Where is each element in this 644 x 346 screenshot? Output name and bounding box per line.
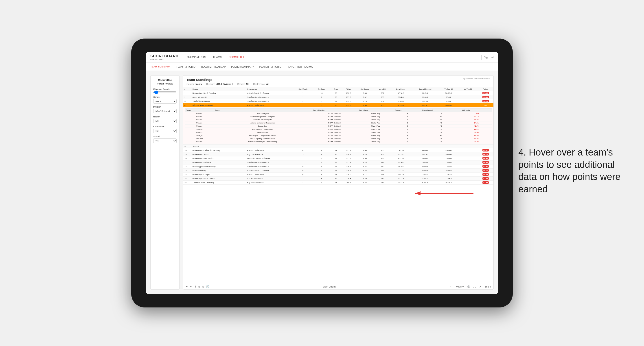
- subnav-player-h2h-grid[interactable]: PLAYER H2H GRID: [260, 64, 282, 70]
- table-row-highlighted[interactable]: 4 Arizona State University Pac-12 Confer…: [183, 103, 494, 107]
- points-badge[interactable]: 97.02: [482, 92, 489, 94]
- table-row[interactable]: 26 The Ohio State University Big Ten Con…: [183, 181, 494, 185]
- cell-points[interactable]: 83.94: [478, 181, 494, 185]
- cell-rnds: [330, 145, 342, 148]
- save-icon[interactable]: ⬆: [194, 285, 196, 288]
- subnav-team-h2h-heatmap[interactable]: TEAM H2H HEATMAP: [201, 64, 226, 70]
- sign-out-button[interactable]: Sign out: [484, 56, 494, 59]
- table-row[interactable]: 19 University of Texas Big 12 Conference…: [183, 152, 494, 157]
- exp-col-event: Event: [214, 108, 312, 112]
- fullscreen-icon[interactable]: ⛶: [474, 286, 476, 288]
- table-row[interactable]: 23 Duke University Atlantic Coast Confer…: [183, 169, 494, 173]
- cell-points[interactable]: 93.31: [478, 95, 494, 99]
- table-row[interactable]: 24 University of Oregon Pac-12 Conferenc…: [183, 173, 494, 176]
- cell-points[interactable]: 83.89: [478, 176, 494, 181]
- exp-cell-team: Univers: [185, 118, 214, 122]
- cell-points[interactable]: 78.5: [478, 103, 494, 107]
- redo-icon[interactable]: ↪: [190, 285, 192, 288]
- cell-overall: 9-14-0: [411, 181, 439, 185]
- cell-points[interactable]: 88.71: [478, 169, 494, 173]
- table-row[interactable]: 3 Vanderbilt University Southeastern Con…: [183, 99, 494, 103]
- points-badge[interactable]: 83.41: [482, 165, 489, 168]
- points-badge[interactable]: 88.54: [482, 173, 489, 176]
- exp-cell-rounds: 3: [394, 128, 421, 131]
- table-row[interactable]: 2 Auburn University Southeastern Confere…: [183, 95, 494, 99]
- cell-wins: 277.9: [342, 161, 355, 165]
- region-select[interactable]: N/A: [153, 119, 176, 123]
- cell-points[interactable]: 88.43: [478, 161, 494, 165]
- cell-vs50: [458, 169, 478, 173]
- share-button[interactable]: Share: [485, 286, 491, 288]
- min-rounds-input[interactable]: [153, 91, 176, 93]
- subnav-player-h2h-heatmap[interactable]: PLAYER H2H HEATMAP: [287, 64, 314, 70]
- points-badge[interactable]: 83.94: [482, 181, 489, 184]
- cell-conf-rank: 8: [292, 165, 313, 169]
- region-filter-label: Region:: [237, 83, 245, 85]
- logo-sub: Powered by clipp: [150, 58, 178, 60]
- table-row[interactable]: 20 University of New Mexico Mountain Wes…: [183, 157, 494, 161]
- cell-points[interactable]: 90.20: [478, 99, 494, 103]
- cell-low: 73-21-1: [390, 148, 411, 152]
- nav-committee[interactable]: COMMITTEE: [229, 55, 245, 60]
- subnav-team-summary[interactable]: TEAM SUMMARY: [150, 63, 171, 70]
- toolbar-left: ↩ ↪ ⬆ ⧉ ⊕ 🕐: [186, 285, 209, 288]
- points-badge[interactable]: 88.49: [482, 157, 489, 160]
- school-select[interactable]: (All): [153, 139, 176, 143]
- exp-cell-team: Univers: [185, 140, 214, 144]
- nav-tournaments[interactable]: TOURNAMENTS: [185, 55, 206, 60]
- table-row[interactable]: 22 Mississippi State University Southeas…: [183, 165, 494, 169]
- col-vs25: Vs Top 25: [439, 87, 458, 91]
- gender-filter: Gender: Men's: [186, 83, 202, 85]
- gender-select[interactable]: Men's: [153, 99, 176, 104]
- table-row[interactable]: 1 University of North Carolina Atlantic …: [183, 91, 494, 95]
- exp-cell-event: Copper Cup: [214, 125, 312, 128]
- cell-points[interactable]: 88.49: [478, 157, 494, 161]
- table-row[interactable]: 5 Texas T...: [183, 145, 494, 148]
- cell-points[interactable]: 88.70: [478, 152, 494, 157]
- clock-icon[interactable]: 🕐: [206, 285, 209, 288]
- cell-points[interactable]: 97.02: [478, 91, 494, 95]
- points-badge[interactable]: 83.89: [482, 177, 489, 180]
- division-filter-value: NCAA Division I: [216, 83, 233, 85]
- cell-overall: [411, 145, 439, 148]
- points-badge[interactable]: 88.71: [482, 169, 489, 172]
- cell-points[interactable]: 88.54: [478, 173, 494, 176]
- cell-points[interactable]: [478, 145, 494, 148]
- conference-label: Conference: [153, 126, 176, 128]
- cell-rank: 24: [183, 173, 192, 176]
- cell-overall: 33-9-0: [411, 91, 439, 95]
- cell-vs25: 11-23-0: [439, 165, 458, 169]
- points-badge[interactable]: 88.70: [482, 153, 489, 156]
- annotation-text: 4. Hover over a team's points to see add…: [518, 146, 626, 195]
- subnav-player-summary[interactable]: PLAYER SUMMARY: [231, 64, 254, 70]
- cell-conf: Pac-12 Conference: [246, 103, 292, 107]
- points-badge-highlighted[interactable]: 78.5: [483, 104, 488, 106]
- watch-button[interactable]: Watch ▾: [456, 286, 464, 288]
- paste-icon[interactable]: ⊕: [202, 285, 204, 288]
- undo-icon[interactable]: ↩: [186, 285, 188, 288]
- table-row[interactable]: 18 University of California, Berkeley Pa…: [183, 148, 494, 152]
- cell-conf-rank: 1: [292, 157, 313, 161]
- exp-cell-pts: 84.97: [461, 118, 492, 122]
- table-row[interactable]: 21 University of Alabama Southeastern Co…: [183, 161, 494, 165]
- cell-points[interactable]: 83.07: [478, 148, 494, 152]
- table-row[interactable]: 25 University of North Florida ASUN Conf…: [183, 176, 494, 181]
- cell-adj: 1.60: [355, 148, 374, 152]
- points-badge[interactable]: 93.31: [482, 96, 489, 98]
- points-badge[interactable]: 90.20: [482, 100, 489, 102]
- cell-points[interactable]: 83.41: [478, 165, 494, 169]
- cell-no-tour: 8: [313, 157, 330, 161]
- subnav-team-h2h-grid[interactable]: TEAM H2H GRID: [176, 64, 196, 70]
- conference-select[interactable]: (All): [153, 129, 176, 133]
- cell-vs50: [458, 173, 478, 176]
- nav-teams[interactable]: TEAMS: [213, 55, 222, 60]
- cell-adj: 2.73: [355, 99, 374, 103]
- copy-icon[interactable]: ⧉: [198, 285, 200, 288]
- cell-low: 53-41-1: [390, 173, 411, 176]
- exp-col-rounds: Rounds: [394, 108, 421, 112]
- division-select[interactable]: NCAA Division I: [153, 109, 176, 113]
- points-badge[interactable]: 88.43: [482, 161, 489, 164]
- cell-school: Texas T...: [192, 145, 246, 148]
- cell-conf-rank: 7: [292, 161, 313, 165]
- points-badge[interactable]: 83.07: [482, 149, 489, 152]
